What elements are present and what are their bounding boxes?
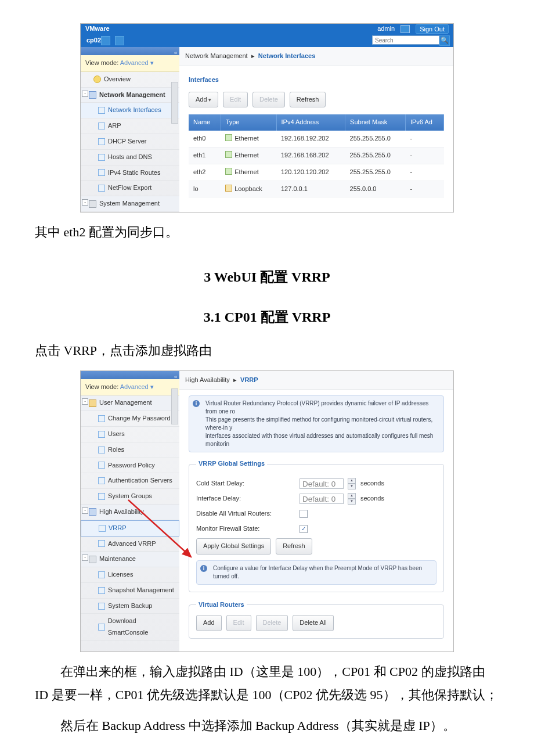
sidebar-auth-servers[interactable]: Authentication Servers [81, 473, 179, 489]
table-row[interactable]: eth0Ethernet192.168.192.202255.255.255.0… [189, 131, 444, 147]
table-row[interactable]: eth2Ethernet120.120.120.202255.255.255.0… [189, 164, 444, 181]
ha-icon [89, 508, 96, 516]
sidebar-group-maintenance[interactable]: -Maintenance [81, 552, 179, 567]
sidebar-group-system[interactable]: - System Management [81, 196, 179, 212]
iface-delay-label: Interface Delay: [196, 493, 295, 505]
brand-label: VMware [85, 23, 110, 35]
th-mask: Subnet Mask [345, 114, 406, 131]
screenshot-network-interfaces: VMware admin Sign Out cp02 🔍 « View mode [80, 23, 454, 213]
refresh-button[interactable]: Refresh [290, 92, 326, 108]
sidebar-system-groups[interactable]: System Groups [81, 489, 179, 505]
view-mode-row[interactable]: View mode: Advanced ▾ [81, 379, 179, 396]
delete-button: Delete [252, 92, 285, 108]
breadcrumb: High Availability ▸ VRRP [179, 371, 453, 390]
brush-icon[interactable] [115, 36, 124, 45]
sidebar-snapshot[interactable]: Snapshot Management [81, 583, 179, 599]
scrollbar[interactable] [171, 82, 178, 124]
cold-start-label: Cold Start Delay: [196, 478, 295, 489]
hostname-label: cp02 [86, 35, 101, 46]
monitor-fw-label: Monitor Firewall State: [196, 523, 295, 535]
spin-up[interactable]: ▲ [348, 493, 356, 499]
sidebar-users[interactable]: Users [81, 427, 179, 442]
collapse-icon[interactable]: « [174, 374, 177, 380]
sidebar-licenses[interactable]: Licenses [81, 567, 179, 583]
instruction-line: 点击 VRRP，点击添加虚拟路由 [35, 339, 499, 362]
sidebar-backup[interactable]: System Backup [81, 599, 179, 614]
sidebar: « View mode: Advanced ▾ Overview - Netwo… [81, 47, 179, 212]
interfaces-table: Name Type IPv4 Address Subnet Mask IPv6 … [189, 114, 444, 197]
admin-label: admin [377, 23, 395, 35]
disable-all-checkbox[interactable] [300, 510, 308, 518]
terminal-icon[interactable] [400, 25, 410, 33]
sidebar-password-policy[interactable]: Password Policy [81, 458, 179, 474]
fieldset-legend-vr: Virtual Routers [196, 599, 247, 611]
info-text: Virtual Router Redundancy Protocol (VRRP… [205, 399, 439, 448]
sidebar-change-password[interactable]: Change My Password [81, 411, 179, 427]
info-box: i Virtual Router Redundancy Protocol (VR… [189, 395, 444, 452]
add-button[interactable]: Add [189, 92, 218, 108]
signout-button[interactable]: Sign Out [416, 24, 449, 34]
info-box-2: i Configure a value for Interface Delay … [196, 560, 436, 585]
breadcrumb: Network Management ▸ Network Interfaces [179, 47, 453, 66]
table-row[interactable]: eth1Ethernet192.168.168.202255.255.255.0… [189, 147, 444, 164]
vr-edit-button: Edit [226, 615, 251, 631]
cold-start-input[interactable] [300, 478, 344, 489]
sidebar-vrrp[interactable]: VRRP [81, 520, 179, 537]
ethernet-icon [225, 168, 232, 175]
paragraph: 在弹出来的框，输入虚拟路由 ID（这里是 100），CP01 和 CP02 的虚… [35, 660, 499, 706]
network-icon [89, 91, 96, 99]
spin-down[interactable]: ▼ [348, 484, 356, 489]
sidebar-group-ha[interactable]: -High Availability [81, 505, 179, 520]
info-icon: i [193, 400, 200, 407]
sidebar-static-routes[interactable]: IPv4 Static Routes [81, 165, 179, 181]
screenshot-vrrp: www.bdocx.com « View mode: Advanced ▾ -U… [80, 370, 454, 653]
sidebar-group-network[interactable]: - Network Management [81, 88, 179, 103]
vr-delete-all-button[interactable]: Delete All [293, 615, 333, 631]
globe-icon [93, 75, 101, 83]
th-type: Type [221, 114, 276, 131]
search-input[interactable] [372, 35, 439, 45]
search-button[interactable]: 🔍 [439, 35, 450, 46]
seconds-label: seconds [360, 478, 384, 489]
iface-delay-input[interactable] [300, 494, 344, 504]
section-heading: 3 WebUI 配置 VRRP [35, 265, 499, 290]
sidebar: « View mode: Advanced ▾ -User Management… [81, 371, 179, 652]
users-icon [89, 399, 96, 407]
monitor-fw-checkbox[interactable] [300, 525, 308, 533]
info-icon: i [200, 565, 207, 572]
th-ipv6: IPv6 Ad [405, 114, 443, 131]
spin-up[interactable]: ▲ [348, 478, 356, 484]
vr-add-button[interactable]: Add [196, 615, 222, 631]
view-mode-row[interactable]: View mode: Advanced ▾ [81, 55, 179, 72]
loopback-icon [225, 185, 232, 192]
refresh-button[interactable]: Refresh [276, 538, 312, 555]
sidebar-advanced-vrrp[interactable]: Advanced VRRP [81, 537, 179, 552]
spin-down[interactable]: ▼ [348, 499, 356, 505]
seconds-label: seconds [360, 493, 384, 505]
th-name: Name [189, 114, 221, 131]
sidebar-netflow[interactable]: NetFlow Export [81, 181, 179, 196]
vrrp-global-settings: VRRP Global Settings Cold Start Delay: ▲… [189, 458, 444, 592]
gear-icon [89, 200, 96, 208]
ethernet-icon [225, 134, 232, 141]
sidebar-dhcp[interactable]: DHCP Server [81, 134, 179, 150]
caption: 其中 eth2 配置为同步口。 [35, 221, 499, 244]
subsection-heading: 3.1 CP01 配置 VRRP [35, 305, 499, 330]
panel-title: Interfaces [189, 74, 444, 86]
sidebar-hosts-dns[interactable]: Hosts and DNS [81, 150, 179, 165]
sidebar-overview[interactable]: Overview [81, 72, 179, 88]
sidebar-arp[interactable]: ARP [81, 118, 179, 134]
sidebar-roles[interactable]: Roles [81, 442, 179, 458]
wrench-icon [89, 556, 96, 563]
sidebar-network-interfaces[interactable]: Network Interfaces [81, 103, 179, 118]
table-row[interactable]: loLoopback127.0.0.1255.0.0.0- [189, 181, 444, 197]
tool-icon[interactable] [101, 36, 110, 45]
apply-global-button[interactable]: Apply Global Settings [196, 538, 271, 555]
th-ipv4: IPv4 Address [276, 114, 345, 131]
edit-button: Edit [223, 92, 248, 108]
sidebar-group-user[interactable]: -User Management [81, 395, 179, 411]
sidebar-download-console[interactable]: Download SmartConsole [81, 614, 179, 641]
ethernet-icon [225, 151, 232, 158]
scrollbar[interactable] [171, 388, 178, 424]
collapse-icon[interactable]: « [174, 50, 177, 56]
